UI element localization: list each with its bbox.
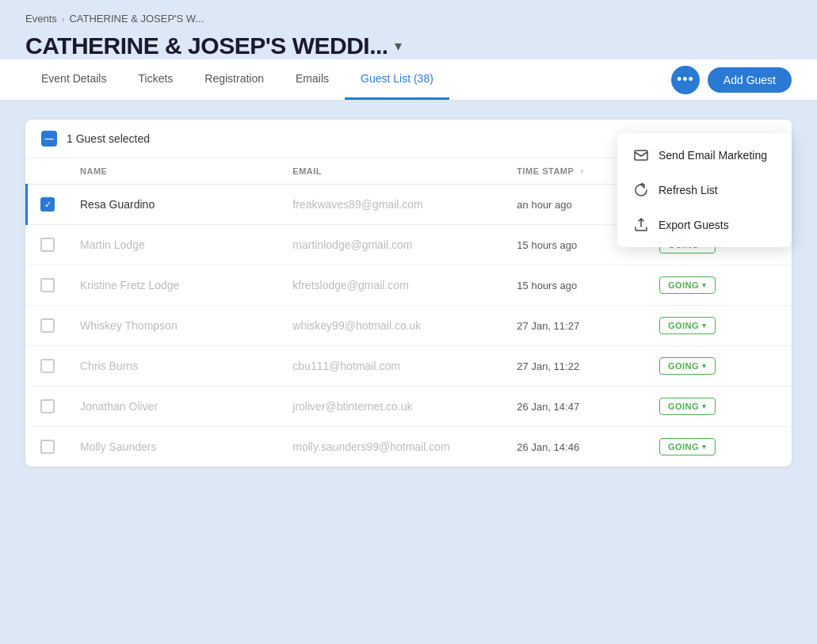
deselect-all-checkbox[interactable] (41, 131, 57, 147)
dropdown-refresh-list[interactable]: Refresh List (617, 173, 792, 208)
guest-timestamp: 26 Jan, 14:47 (517, 401, 579, 413)
guest-email: kfretslodge@gmail.com (292, 279, 409, 292)
add-guest-button[interactable]: Add Guest (708, 67, 792, 93)
more-button[interactable]: ••• (671, 66, 700, 94)
breadcrumb-events-link[interactable]: Events (25, 13, 57, 25)
refresh-icon (633, 182, 649, 198)
selection-text: 1 Guest selected (67, 132, 150, 145)
guest-name: Whiskey Thompson (80, 319, 178, 332)
table-row: Chris Burnscbu111@hotmail.com27 Jan, 11:… (27, 346, 792, 387)
row-checkbox[interactable] (40, 238, 55, 252)
rsvp-chevron-icon: ▾ (702, 322, 707, 330)
export-icon (633, 217, 649, 233)
table-row: Kristine Fretz Lodgekfretslodge@gmail.co… (27, 265, 792, 306)
send-email-label: Send Email Marketing (659, 149, 767, 162)
guest-name: Molly Saunders (80, 440, 157, 453)
row-checkbox[interactable] (40, 359, 55, 373)
envelope-icon (633, 147, 649, 163)
sort-arrow-timestamp: ↑ (580, 167, 585, 176)
table-row: Jonathan Oliverjroliver@btinternet.co.uk… (27, 387, 792, 427)
tab-guest-list[interactable]: Guest List (38) (345, 59, 449, 100)
guest-email: whiskey99@hotmail.co.uk (292, 319, 421, 332)
tab-registration[interactable]: Registration (189, 59, 280, 100)
rsvp-badge[interactable]: GOING ▾ (659, 438, 716, 455)
guest-email: martinlodge@gmail.com (292, 238, 412, 251)
tabs-bar: Event Details Tickets Registration Email… (0, 59, 817, 101)
row-checkbox[interactable] (40, 197, 55, 211)
guest-timestamp: an hour ago (517, 199, 571, 211)
guest-timestamp: 15 hours ago (517, 280, 577, 292)
guest-timestamp: 27 Jan, 11:22 (517, 360, 579, 372)
table-row: Whiskey Thompsonwhiskey99@hotmail.co.uk2… (27, 306, 792, 346)
rsvp-badge[interactable]: GOING ▾ (659, 317, 716, 334)
rsvp-chevron-icon: ▾ (702, 281, 707, 289)
guest-timestamp: 15 hours ago (517, 239, 577, 251)
svg-rect-0 (635, 151, 647, 160)
guest-name: Martin Lodge (80, 238, 145, 251)
tab-emails[interactable]: Emails (280, 59, 345, 100)
guest-email: jroliver@btinternet.co.uk (292, 400, 412, 413)
rsvp-badge[interactable]: GOING ▾ (659, 398, 716, 415)
dropdown-send-email[interactable]: Send Email Marketing (617, 138, 792, 173)
guest-name: Kristine Fretz Lodge (80, 279, 179, 292)
row-checkbox[interactable] (40, 278, 55, 292)
rsvp-chevron-icon: ▾ (702, 402, 707, 410)
row-checkbox[interactable] (40, 399, 55, 413)
rsvp-badge[interactable]: GOING ▾ (659, 357, 716, 375)
rsvp-chevron-icon: ▾ (702, 362, 707, 370)
breadcrumb-current: CATHERINE & JOSEP'S W... (69, 13, 204, 25)
breadcrumb: Events › CATHERINE & JOSEP'S W... (25, 13, 792, 25)
guest-timestamp: 27 Jan, 11:27 (517, 320, 579, 332)
event-title: CATHERINE & JOSEP'S WEDDI... (25, 32, 388, 59)
guest-name: Jonathan Oliver (80, 400, 158, 413)
col-header-email: EMAIL (280, 158, 504, 185)
row-checkbox[interactable] (40, 318, 55, 333)
refresh-list-label: Refresh List (659, 184, 718, 196)
row-checkbox[interactable] (40, 440, 55, 454)
breadcrumb-separator: › (62, 14, 65, 24)
guest-email: molly.saunders99@hotmail.com (292, 440, 449, 453)
guest-name: Resa Guardino (80, 198, 155, 211)
export-guests-label: Export Guests (659, 219, 729, 231)
rsvp-chevron-icon: ▾ (702, 443, 707, 451)
dropdown-export-guests[interactable]: Export Guests (617, 208, 792, 242)
guest-email: cbu111@hotmail.com (292, 360, 400, 372)
dropdown-menu: Send Email Marketing Refresh List Export… (617, 133, 792, 247)
guest-email: freakwaves89@gmail.com (292, 198, 422, 211)
tab-event-details[interactable]: Event Details (25, 59, 122, 100)
guest-timestamp: 26 Jan, 14:46 (517, 441, 579, 453)
title-dropdown-icon[interactable]: ▾ (395, 37, 402, 55)
table-row: Molly Saundersmolly.saunders99@hotmail.c… (27, 427, 792, 467)
rsvp-badge[interactable]: GOING ▾ (659, 276, 716, 294)
guest-name: Chris Burns (80, 360, 138, 372)
tabs-actions: ••• Add Guest (671, 66, 792, 94)
col-header-name: NAME (67, 158, 280, 185)
tab-tickets[interactable]: Tickets (122, 59, 189, 100)
tabs-list: Event Details Tickets Registration Email… (25, 59, 449, 100)
